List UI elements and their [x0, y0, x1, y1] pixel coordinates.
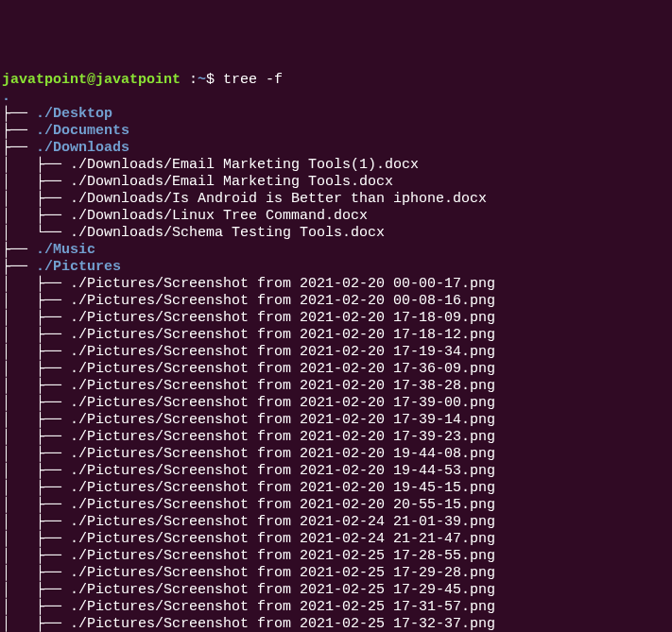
tree-entry: ./Pictures — [36, 259, 121, 275]
prompt-symbol: $ — [206, 72, 223, 88]
tree-branch: │ ├── — [2, 276, 70, 292]
tree-branch: │ ├── — [2, 293, 70, 309]
tree-branch: ├── — [2, 242, 36, 258]
tree-branch: │ ├── — [2, 531, 70, 547]
tree-entry: ./Pictures/Screenshot from 2021-02-20 20… — [70, 497, 495, 513]
tree-entry: ./Downloads/Is Android is Better than ip… — [70, 191, 487, 207]
tree-branch: │ ├── — [2, 378, 70, 394]
prompt-sep: : — [181, 72, 198, 88]
tree-entry: ./Pictures/Screenshot from 2021-02-24 21… — [70, 531, 495, 547]
tree-branch: │ ├── — [2, 174, 70, 190]
tree-entry: ./Pictures/Screenshot from 2021-02-25 17… — [70, 565, 495, 581]
tree-entry: ./Pictures/Screenshot from 2021-02-20 17… — [70, 344, 495, 360]
command-text: tree -f — [223, 72, 283, 88]
tree-entry: ./Pictures/Screenshot from 2021-02-20 19… — [70, 446, 495, 462]
tree-entry: ./Pictures/Screenshot from 2021-02-20 17… — [70, 361, 495, 377]
tree-entry: ./Pictures/Screenshot from 2021-02-20 17… — [70, 429, 495, 445]
tree-entry: ./Pictures/Screenshot from 2021-02-25 17… — [70, 582, 495, 598]
tree-branch: │ ├── — [2, 582, 70, 598]
tree-branch: │ ├── — [2, 599, 70, 615]
tree-branch: │ ├── — [2, 412, 70, 428]
tree-branch: │ ├── — [2, 514, 70, 530]
tree-entry: ./Downloads/Email Marketing Tools.docx — [70, 174, 393, 190]
tree-entry: ./Pictures/Screenshot from 2021-02-25 17… — [70, 616, 495, 632]
tree-branch: │ ├── — [2, 208, 70, 224]
prompt-host: javatpoint — [95, 72, 181, 88]
tree-entry: ./Pictures/Screenshot from 2021-02-20 17… — [70, 310, 495, 326]
tree-entry: ./Downloads/Email Marketing Tools(1).doc… — [70, 157, 419, 173]
tree-entry: ./Pictures/Screenshot from 2021-02-24 21… — [70, 514, 495, 530]
tree-branch: ├── — [2, 259, 36, 275]
tree-branch: ├── — [2, 106, 36, 122]
tree-entry: ./Documents — [36, 123, 129, 139]
prompt-line: javatpoint@javatpoint :~$ tree -f — [2, 72, 283, 88]
tree-entry: ./Pictures/Screenshot from 2021-02-25 17… — [70, 599, 495, 615]
tree-branch: │ ├── — [2, 497, 70, 513]
tree-entry: ./Pictures/Screenshot from 2021-02-20 17… — [70, 378, 495, 394]
tree-branch: ├── — [2, 123, 36, 139]
tree-branch: │ ├── — [2, 463, 70, 479]
tree-entry: ./Pictures/Screenshot from 2021-02-20 00… — [70, 293, 495, 309]
tree-entry: ./Pictures/Screenshot from 2021-02-20 17… — [70, 412, 495, 428]
tree-branch: │ ├── — [2, 429, 70, 445]
tree-entry: ./Downloads/Linux Tree Command.docx — [70, 208, 368, 224]
tree-entry: ./Desktop — [36, 106, 112, 122]
tree-branch: │ ├── — [2, 480, 70, 496]
tree-entry: ./Downloads/Schema Testing Tools.docx — [70, 225, 385, 241]
tree-branch: │ ├── — [2, 344, 70, 360]
tree-branch: ├── — [2, 140, 36, 156]
tree-branch: │ ├── — [2, 446, 70, 462]
tree-entry: ./Pictures/Screenshot from 2021-02-20 19… — [70, 463, 495, 479]
tree-entry: ./Pictures/Screenshot from 2021-02-20 17… — [70, 327, 495, 343]
tree-branch: │ ├── — [2, 395, 70, 411]
tree-entry: ./Downloads — [36, 140, 129, 156]
prompt-at: @ — [87, 72, 95, 88]
tree-branch: │ ├── — [2, 361, 70, 377]
tree-branch: │ ├── — [2, 565, 70, 581]
tree-branch: │ ├── — [2, 327, 70, 343]
terminal-output[interactable]: javatpoint@javatpoint :~$ tree -f . ├── … — [2, 72, 670, 632]
tree-entry: ./Pictures/Screenshot from 2021-02-20 19… — [70, 480, 495, 496]
tree-entry: ./Music — [36, 242, 95, 258]
tree-entry: ./Pictures/Screenshot from 2021-02-20 00… — [70, 276, 495, 292]
prompt-user: javatpoint — [2, 72, 87, 88]
tree-branch: │ └── — [2, 225, 70, 241]
prompt-path: ~ — [198, 72, 206, 88]
tree-branch: │ ├── — [2, 310, 70, 326]
tree-body: ├── ./Desktop ├── ./Documents ├── ./Down… — [2, 106, 670, 632]
tree-root: . — [2, 89, 10, 105]
tree-branch: │ ├── — [2, 548, 70, 564]
tree-branch: │ ├── — [2, 191, 70, 207]
tree-branch: │ ├── — [2, 616, 70, 632]
tree-branch: │ ├── — [2, 157, 70, 173]
tree-entry: ./Pictures/Screenshot from 2021-02-20 17… — [70, 395, 495, 411]
tree-entry: ./Pictures/Screenshot from 2021-02-25 17… — [70, 548, 495, 564]
